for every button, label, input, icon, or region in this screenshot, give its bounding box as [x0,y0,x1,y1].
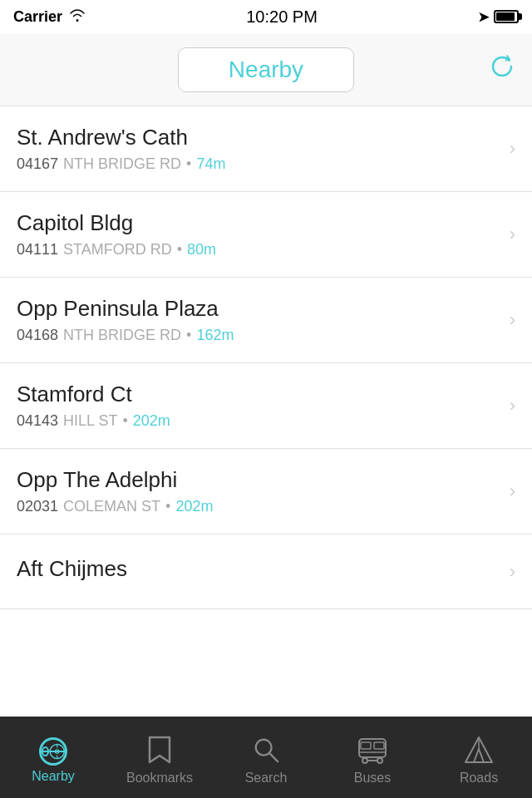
item-code: 02031 [17,498,58,515]
tab-nearby[interactable]: Nearby [0,731,106,784]
item-dot: • [122,412,127,430]
chevron-right-icon: › [510,561,515,583]
item-name: Opp Peninsula Plaza [17,296,501,322]
tab-nearby-label: Nearby [32,769,75,784]
refresh-button[interactable] [489,53,515,86]
tab-buses-label: Buses [354,771,391,786]
item-distance: 74m [196,155,225,173]
search-icon [253,736,279,767]
svg-point-12 [362,758,367,763]
list-item[interactable]: Capitol Bldg 04111 STAMFORD RD •80m › [0,192,532,278]
svg-rect-9 [361,742,371,749]
chevron-right-icon: › [510,480,515,502]
nav-bar: Nearby [0,33,532,106]
item-dot: • [177,241,182,259]
chevron-right-icon: › [510,309,515,331]
item-name: Capitol Bldg [17,210,501,236]
nav-title: Nearby [229,57,303,82]
item-code: 04167 [17,155,58,173]
item-content: Opp The Adelphi 02031 COLEMAN ST •202m [17,467,501,515]
item-distance: 80m [187,241,216,259]
battery-icon [494,10,519,23]
list-item[interactable]: Aft Chijmes › [0,534,532,609]
status-time: 10:20 PM [246,7,318,27]
status-right: ➤ [478,9,519,25]
svg-point-6 [256,740,272,756]
item-code: 04143 [17,412,58,430]
item-name: Aft Chijmes [17,556,501,582]
item-dot: • [186,155,191,173]
item-street: NTH BRIDGE RD [63,155,181,173]
item-code: 04111 [17,241,58,259]
carrier-label: Carrier [13,8,62,26]
item-distance: 162m [196,327,234,344]
item-content: Capitol Bldg 04111 STAMFORD RD •80m [17,210,501,259]
item-content: Stamford Ct 04143 HILL ST •202m [17,382,501,430]
wifi-icon [69,8,86,26]
tab-search[interactable]: Search [213,729,319,786]
tab-bookmarks[interactable]: Bookmarks [106,729,213,786]
svg-rect-10 [374,742,384,749]
status-left: Carrier [13,8,86,26]
chevron-right-icon: › [510,138,515,160]
roads-icon [464,736,494,767]
list-item[interactable]: Opp The Adelphi 02031 COLEMAN ST •202m › [0,449,532,534]
tab-roads[interactable]: Roads [426,729,532,786]
svg-line-7 [270,754,278,761]
buses-icon [357,736,387,767]
item-content: St. Andrew's Cath 04167 NTH BRIDGE RD •7… [17,125,501,173]
tab-buses[interactable]: Buses [319,729,426,786]
nearby-list: St. Andrew's Cath 04167 NTH BRIDGE RD •7… [0,106,532,717]
list-item[interactable]: St. Andrew's Cath 04167 NTH BRIDGE RD •7… [0,106,532,192]
svg-point-13 [377,758,382,763]
item-name: St. Andrew's Cath [17,125,501,150]
chevron-right-icon: › [510,395,515,416]
item-name: Opp The Adelphi [17,467,501,493]
chevron-right-icon: › [510,224,515,245]
nearby-icon [39,737,67,766]
bookmarks-icon [146,736,173,767]
tab-search-label: Search [245,771,288,786]
item-dot: • [165,498,170,515]
location-arrow-icon: ➤ [478,9,489,25]
nav-title-tab: Nearby [178,47,354,92]
svg-point-1 [55,750,59,754]
item-dot: • [186,327,191,344]
item-distance: 202m [175,498,213,515]
list-item[interactable]: Stamford Ct 04143 HILL ST •202m › [0,363,532,449]
item-name: Stamford Ct [17,382,501,407]
item-content: Opp Peninsula Plaza 04168 NTH BRIDGE RD … [17,296,501,344]
item-street: NTH BRIDGE RD [63,327,181,344]
item-street: STAMFORD RD [63,241,172,259]
item-distance: 202m [133,412,170,430]
list-item[interactable]: Opp Peninsula Plaza 04168 NTH BRIDGE RD … [0,278,532,363]
tab-bookmarks-label: Bookmarks [126,771,193,786]
item-code: 04168 [17,327,58,344]
item-content: Aft Chijmes [17,556,501,587]
item-street: HILL ST [63,412,117,430]
tab-roads-label: Roads [460,771,498,786]
item-street: COLEMAN ST [63,498,160,515]
status-bar: Carrier 10:20 PM ➤ [0,0,532,33]
tab-bar: Nearby Bookmarks Search [0,717,532,798]
